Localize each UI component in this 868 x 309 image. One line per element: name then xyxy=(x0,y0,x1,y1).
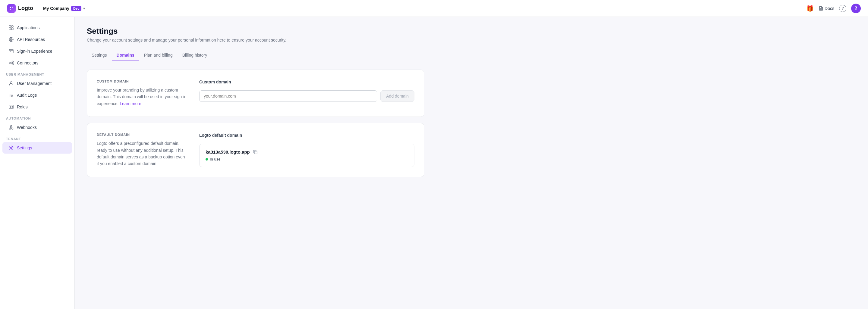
svg-point-30 xyxy=(10,126,12,127)
svg-line-18 xyxy=(10,63,12,64)
svg-rect-1 xyxy=(12,7,13,8)
svg-line-17 xyxy=(10,62,12,63)
svg-point-16 xyxy=(12,64,13,65)
sidebar-item-applications[interactable]: Applications xyxy=(2,22,72,33)
tenant-name: My Company xyxy=(43,6,69,11)
sidebar-group-main: Applications API Resources xyxy=(0,22,74,69)
logs-icon xyxy=(8,93,14,98)
chevron-down-icon: ▾ xyxy=(83,6,85,10)
add-domain-button[interactable]: Add domain xyxy=(380,90,414,102)
custom-domain-card: Custom Domain Improve your branding by u… xyxy=(87,70,424,117)
tenant-selector[interactable]: My Company Dev ▾ xyxy=(41,5,87,12)
svg-point-29 xyxy=(12,128,13,130)
status-text: In use xyxy=(210,157,220,162)
default-domain-desc: Logto offers a preconfigured default dom… xyxy=(97,140,187,167)
svg-rect-5 xyxy=(9,26,11,27)
sidebar-item-label: Audit Logs xyxy=(17,93,37,98)
nav-divider xyxy=(37,5,37,12)
default-domain-section-label: Default Domain xyxy=(97,133,187,136)
docs-icon xyxy=(818,6,824,11)
page-subtitle: Change your account settings and manage … xyxy=(87,38,424,42)
topbar-left: Logto My Company Dev ▾ xyxy=(7,4,87,13)
sidebar: Applications API Resources xyxy=(0,17,75,309)
avatar[interactable]: Й xyxy=(851,4,861,13)
tabs: Settings Domains Plan and billing Billin… xyxy=(87,50,424,61)
svg-point-25 xyxy=(10,106,11,107)
tab-settings[interactable]: Settings xyxy=(87,50,112,61)
logo-icon xyxy=(7,4,16,13)
svg-rect-0 xyxy=(10,7,11,8)
learn-more-link[interactable]: Learn more xyxy=(120,101,141,106)
sidebar-item-signin-experience[interactable]: Sign-in Experience xyxy=(2,45,72,57)
docs-label: Docs xyxy=(825,6,834,11)
svg-rect-11 xyxy=(9,49,13,53)
user-icon xyxy=(8,81,14,86)
sidebar-item-label: Connectors xyxy=(17,61,38,65)
connectors-icon xyxy=(8,60,14,66)
sidebar-section-label-automation: Automation xyxy=(0,113,74,122)
page-title: Settings xyxy=(87,27,424,36)
default-domain-left: Default Domain Logto offers a preconfigu… xyxy=(97,133,187,167)
svg-point-19 xyxy=(10,81,12,83)
sidebar-item-label: Webhooks xyxy=(17,125,37,130)
status-dot xyxy=(206,158,208,161)
svg-point-28 xyxy=(9,128,11,130)
svg-rect-8 xyxy=(11,28,13,30)
svg-rect-13 xyxy=(10,52,11,52)
sidebar-item-audit-logs[interactable]: Audit Logs xyxy=(2,90,72,101)
topbar: Logto My Company Dev ▾ 🎁 Docs ? Й xyxy=(0,0,868,17)
sidebar-item-label: Applications xyxy=(17,25,40,30)
api-icon xyxy=(8,37,14,42)
sidebar-group-user-management: User Management User Management xyxy=(0,69,74,113)
sidebar-item-label: User Management xyxy=(17,81,52,86)
sidebar-item-api-resources[interactable]: API Resources xyxy=(2,34,72,45)
webhooks-icon xyxy=(8,125,14,130)
docs-link[interactable]: Docs xyxy=(818,6,834,11)
tab-plan-billing[interactable]: Plan and billing xyxy=(139,50,178,61)
sidebar-item-label: Sign-in Experience xyxy=(17,49,53,54)
sidebar-item-settings[interactable]: Settings xyxy=(2,142,72,153)
svg-point-23 xyxy=(12,96,13,97)
roles-icon xyxy=(8,104,14,110)
sidebar-item-user-management[interactable]: User Management xyxy=(2,78,72,89)
svg-rect-6 xyxy=(11,26,13,27)
svg-rect-7 xyxy=(9,28,11,30)
sidebar-item-roles[interactable]: Roles xyxy=(2,101,72,113)
default-domain-right: Logto default domain ka313a530.logto.app xyxy=(199,133,414,167)
logo-text: Logto xyxy=(18,5,33,11)
default-domain-box: ka313a530.logto.app In use xyxy=(199,144,414,167)
status-row: In use xyxy=(206,157,408,162)
domain-value: ka313a530.logto.app xyxy=(206,149,250,154)
tenant-env-badge: Dev xyxy=(71,6,82,11)
svg-rect-32 xyxy=(254,151,257,154)
help-icon[interactable]: ? xyxy=(839,5,846,12)
sidebar-item-connectors[interactable]: Connectors xyxy=(2,57,72,69)
topbar-right: 🎁 Docs ? Й xyxy=(806,4,861,13)
sidebar-item-label: API Resources xyxy=(17,37,45,42)
gift-icon[interactable]: 🎁 xyxy=(806,5,814,12)
default-domain-card: Default Domain Logto offers a preconfigu… xyxy=(87,123,424,177)
main-content: Settings Change your account settings an… xyxy=(75,17,436,309)
custom-domain-section-label: Custom Domain xyxy=(97,79,187,83)
logto-logo: Logto xyxy=(7,4,33,13)
settings-icon xyxy=(8,145,14,150)
sidebar-section-label-tenant: Tenant xyxy=(0,133,74,142)
custom-domain-right: Custom domain Add domain xyxy=(199,79,414,107)
domain-input[interactable] xyxy=(199,90,377,102)
sidebar-group-tenant: Tenant Settings xyxy=(0,133,74,153)
custom-domain-input-row: Add domain xyxy=(199,90,414,102)
custom-domain-left: Custom Domain Improve your branding by u… xyxy=(97,79,187,107)
sidebar-group-automation: Automation Webhooks xyxy=(0,113,74,133)
sidebar-item-webhooks[interactable]: Webhooks xyxy=(2,122,72,133)
copy-icon[interactable] xyxy=(253,150,258,154)
applications-icon xyxy=(8,25,14,30)
tab-billing-history[interactable]: Billing history xyxy=(178,50,212,61)
sidebar-section-label-user: User Management xyxy=(0,69,74,77)
signin-icon xyxy=(8,48,14,54)
sidebar-item-label: Roles xyxy=(17,104,28,109)
tab-domains[interactable]: Domains xyxy=(112,50,139,61)
svg-point-14 xyxy=(9,62,10,64)
layout: Applications API Resources xyxy=(0,17,868,309)
custom-domain-desc: Improve your branding by utilizing a cus… xyxy=(97,87,187,107)
svg-point-15 xyxy=(12,61,13,63)
